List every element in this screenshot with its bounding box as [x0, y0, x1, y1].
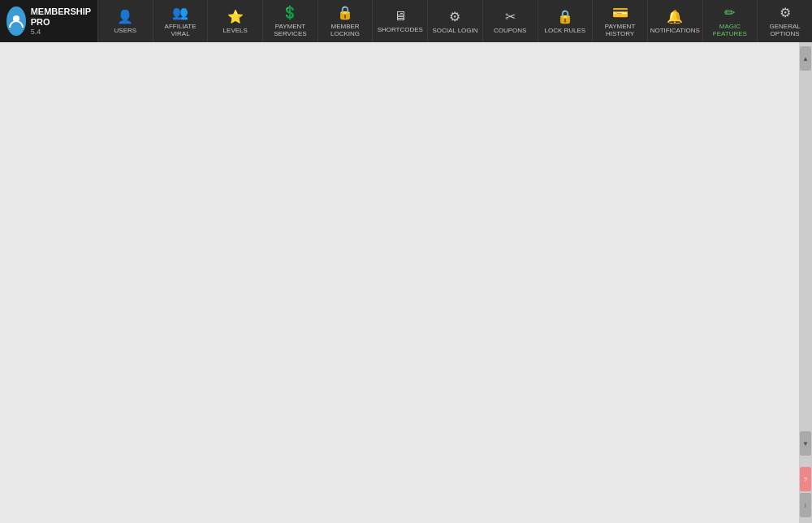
lock-rules-icon: 🔒	[557, 9, 573, 24]
logo-version: 5.4	[31, 28, 91, 36]
nav-item-levels[interactable]: ⭐LEVELS	[207, 0, 262, 42]
nav-item-shortcodes[interactable]: 🖥SHORTCODES	[372, 0, 427, 42]
sidebar-scroll-down[interactable]: ▼	[800, 431, 811, 456]
nav-item-payment-history[interactable]: 💳PAYMENT HISTORY	[592, 0, 647, 42]
levels-icon: ⭐	[227, 9, 244, 24]
nav-item-notifications[interactable]: 🔔NOTIFICATIONS	[647, 0, 702, 42]
nav-items: 👤USERS👥AFFILIATE VIRAL⭐LEVELS💲PAYMENT SE…	[97, 0, 812, 42]
payment-services-icon: 💲	[282, 5, 298, 20]
logo-area: MEMBERSHIP PRO 5.4	[0, 0, 97, 42]
lock-rules-label: LOCK RULES	[545, 27, 586, 34]
member-locking-label: MEMBER LOCKING	[320, 23, 371, 37]
social-login-icon: ⚙	[449, 9, 460, 24]
payment-services-label: PAYMENT SERVICES	[265, 23, 316, 37]
nav-item-member-locking[interactable]: 🔒MEMBER LOCKING	[317, 0, 373, 42]
notifications-icon: 🔔	[667, 9, 683, 24]
nav-item-general-options[interactable]: ⚙GENERAL OPTIONS	[757, 0, 812, 42]
member-locking-icon: 🔒	[337, 5, 353, 20]
affiliate-viral-label: AFFILIATE VIRAL	[155, 23, 206, 37]
magic-features-icon: ✏	[724, 5, 735, 20]
levels-label: LEVELS	[223, 27, 248, 34]
shortcodes-label: SHORTCODES	[378, 26, 423, 33]
nav-item-magic-features[interactable]: ✏MAGIC FEATURES	[702, 0, 758, 42]
payment-history-label: PAYMENT HISTORY	[594, 23, 646, 37]
logo-icon	[6, 6, 26, 36]
notifications-label: NOTIFICATIONS	[650, 27, 700, 34]
users-icon: 👤	[117, 9, 133, 24]
nav-item-payment-services[interactable]: 💲PAYMENT SERVICES	[262, 0, 317, 42]
affiliate-viral-icon: 👥	[172, 5, 188, 20]
general-options-label: GENERAL OPTIONS	[759, 23, 810, 37]
sidebar-scroll-up[interactable]: ▲	[800, 46, 811, 71]
general-options-icon: ⚙	[780, 5, 791, 20]
coupons-icon: ✂	[505, 9, 516, 24]
logo-text: MEMBERSHIP PRO	[31, 6, 91, 28]
magic-features-label: MAGIC FEATURES	[705, 23, 756, 37]
nav-item-social-login[interactable]: ⚙SOCIAL LOGIN	[427, 0, 482, 42]
nav-item-users[interactable]: 👤USERS	[97, 0, 153, 42]
right-sidebar: ▲ ▼ ? i	[799, 42, 812, 523]
main-content	[0, 42, 812, 523]
top-navigation: MEMBERSHIP PRO 5.4 👤USERS👥AFFILIATE VIRA…	[0, 0, 812, 42]
social-login-label: SOCIAL LOGIN	[432, 27, 477, 34]
shortcodes-icon: 🖥	[394, 9, 407, 24]
sidebar-info[interactable]: i	[800, 493, 811, 517]
nav-item-coupons[interactable]: ✂COUPONS	[482, 0, 538, 42]
payment-history-icon: 💳	[612, 5, 628, 20]
sidebar-help[interactable]: ?	[800, 467, 811, 491]
nav-item-affiliate-viral[interactable]: 👥AFFILIATE VIRAL	[153, 0, 208, 42]
users-label: USERS	[114, 27, 137, 34]
nav-item-lock-rules[interactable]: 🔒LOCK RULES	[538, 0, 593, 42]
coupons-label: COUPONS	[494, 27, 526, 34]
